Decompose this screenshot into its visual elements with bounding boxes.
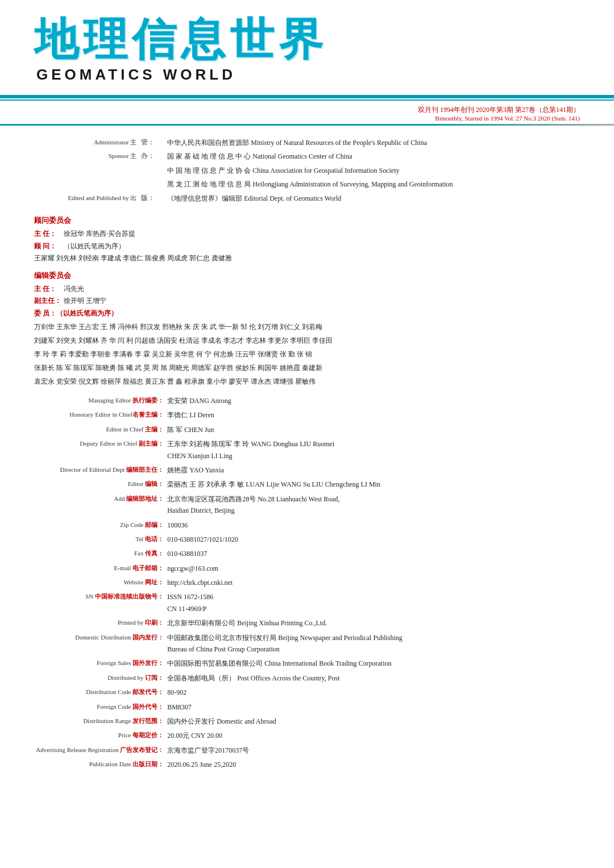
detail-price: Price 每期定价： 20.00元 CNY 20.00: [34, 729, 580, 743]
editorial-chair-row: 主 任： 冯先光: [34, 283, 580, 296]
value-publisher: 《地理信息世界》编辑部 Editorial Dept. of Geomatics…: [165, 192, 580, 205]
label-en-address: Add 编辑部地址：: [34, 492, 165, 518]
bar-thin-1: [0, 99, 614, 101]
info-row-sponsor2: 中 国 地 理 信 息 产 业 协 会 China Association fo…: [34, 164, 580, 177]
advisory-committee-block: 主 任： 徐冠华 库热西·买合苏提 顾 问： （以姓氏笔画为序） 王家耀 刘先林…: [34, 228, 580, 265]
detail-foreign-code: Foreign Code 国外代号： BM8307: [34, 700, 580, 714]
label-en-distributed: Distributed by 订阅：: [34, 671, 165, 685]
detail-sn: SN 中国标准连续出版物号： ISSN 1672-1586 CN 11-4969…: [34, 590, 580, 616]
label-en-deputy-editor: Deputy Editor in Chief 副主编：: [34, 437, 165, 463]
editorial-chair-label: 主 任：: [34, 283, 61, 296]
editorial-member-note-row: 委 员：（以姓氏笔画为序）: [34, 308, 580, 320]
label-en-sponsor2: [34, 164, 139, 177]
value-sponsor3: 黑 龙 江 测 绘 地 理 信 息 局 Heilongjiang Adminis…: [165, 177, 580, 191]
label-en-email: E-mail 电子邮箱：: [34, 561, 165, 575]
editorial-deputy-label: 副主任：: [34, 295, 61, 308]
advisory-committee-title: 顾问委员会: [34, 215, 580, 226]
value-editor-chief: 陈 军 CHEN Jun: [165, 422, 580, 437]
member-row-4: 张新长 陈 军 陈现军 陈晓勇 陈 曦 武 昊 周 旭 周晓光 周德军 赵学胜 …: [34, 361, 580, 375]
label-en-sponsor: Sponsor 主: [34, 149, 139, 163]
info-row-sponsor: Sponsor 主 办： 国 家 基 础 地 理 信 息 中 心 Nationa…: [34, 149, 580, 163]
value-advert: 京海市监广登字20170037号: [165, 743, 580, 757]
value-editor: 栾丽杰 王 苏 刘承承 李 敏 LUAN Lijie WANG Su LIU C…: [165, 477, 580, 492]
value-sponsor: 国 家 基 础 地 理 信 息 中 心 National Geomatics C…: [165, 149, 580, 163]
detail-address: Add 编辑部地址： 北京市海淀区莲花池西路28号 No.28 Lianhuac…: [34, 492, 580, 518]
advisory-member-label: 顾 问：: [34, 240, 61, 253]
admin-info-table: Administrator 主 管： 中华人民共和国自然资源部 Ministry…: [34, 136, 580, 205]
editorial-details-table: Managing Editor 执行编委： 党安荣 DANG Anrong Ho…: [34, 394, 580, 773]
detail-director: Director of Editorial Dept 编辑部主任： 姚艳霞 YA…: [34, 463, 580, 477]
label-en-sponsor3: [34, 177, 139, 191]
value-dist-code: 80-902: [165, 686, 580, 700]
info-row-publisher: Edited and Published by 出 版： 《地理信息世界》编辑部…: [34, 192, 580, 205]
bimonthly-zh: 双月刊 1994年创刊 2020年第3期 第27卷（总第141期）: [34, 105, 580, 115]
value-tel: 010-63881027/1021/1020: [165, 532, 580, 546]
label-en-foreign-sales: Foreign Sales 国外发行：: [34, 657, 165, 671]
detail-tel: Tel 电话： 010-63881027/1021/1020: [34, 532, 580, 546]
value-foreign-code: BM8307: [165, 700, 580, 714]
label-en-fax: Fax 传真：: [34, 547, 165, 561]
label-en-foreign-code: Foreign Code 国外代号：: [34, 700, 165, 714]
editorial-committee-block: 主 任： 冯先光 副主任： 徐开明 王增宁 委 员：（以姓氏笔画为序） 万剑华 …: [34, 283, 580, 388]
editorial-deputy-row: 副主任： 徐开明 王增宁: [34, 295, 580, 308]
advisory-members: 王家耀 刘先林 刘经南 李建成 李德仁 陈俊勇 周成虎 郭仁忠 龚健雅: [34, 252, 580, 265]
label-zh-admin: 管：: [139, 136, 165, 149]
label-zh-sponsor: 办：: [139, 149, 165, 163]
detail-dist-range: Distribution Range 发行范围： 国内外公开发行 Domesti…: [34, 715, 580, 729]
editorial-chair-value: 冯先光: [64, 283, 84, 296]
logo-subtitle: GEOMATICS WORLD: [36, 66, 580, 84]
detail-email: E-mail 电子邮箱： ngccgw@163.com: [34, 561, 580, 575]
value-zip: 100036: [165, 518, 580, 532]
detail-fax: Fax 传真： 010-63881037: [34, 547, 580, 561]
advisory-chair-value: 徐冠华 库热西·买合苏提: [64, 228, 135, 240]
detail-printed: Printed by 印刷： 北京新华印刷有限公司 Beijing Xinhua…: [34, 616, 580, 630]
detail-zipcode: Zip Code 邮编： 100036: [34, 518, 580, 532]
editorial-member-note: 委 员：（以姓氏笔画为序）: [34, 308, 118, 320]
value-website: http://chrk.cbpt.cnki.net: [165, 576, 580, 590]
value-pub-date: 2020.06.25 June 25,2020: [165, 758, 580, 772]
label-en-sn: SN 中国标准连续出版物号：: [34, 590, 165, 616]
value-price: 20.00元 CNY 20.00: [165, 729, 580, 743]
label-en-admin: Administrator 主: [34, 136, 139, 149]
label-en-advert: Advertising Release Registration 广告发布登记：: [34, 743, 165, 757]
value-director: 姚艳霞 YAO Yanxia: [165, 463, 580, 477]
value-admin: 中华人民共和国自然资源部 Ministry of Natural Resourc…: [165, 136, 580, 149]
detail-pub-date: Publication Date 出版日期： 2020.06.25 June 2…: [34, 758, 580, 772]
detail-dist-code: Distribution Code 邮发代号： 80-902: [34, 686, 580, 700]
detail-managing-editor: Managing Editor 执行编委： 党安荣 DANG Anrong: [34, 394, 580, 408]
value-fax: 010-63881037: [165, 547, 580, 561]
label-en-price: Price 每期定价：: [34, 729, 165, 743]
detail-distributed: Distributed by 订阅： 全国各地邮电局（所） Post Offic…: [34, 671, 580, 685]
bar-thick-1: [0, 95, 614, 98]
label-en-director: Director of Editorial Dept 编辑部主任：: [34, 463, 165, 477]
editorial-committee-title: 编辑委员会: [34, 271, 580, 281]
member-row-1: 万剑华 王东华 王占宏 王 博 冯仲科 邢汉发 邢艳秋 朱 庆 朱 武 华一新 …: [34, 320, 580, 334]
value-distributed: 全国各地邮电局（所） Post Offices Across the Count…: [165, 671, 580, 685]
label-en-honorary: Honorary Editor in Chief名誉主编：: [34, 408, 165, 422]
label-en-tel: Tel 电话：: [34, 532, 165, 546]
detail-deputy-editor: Deputy Editor in Chief 副主编： 王东华 刘若梅 陈现军 …: [34, 437, 580, 463]
logo-title: 地理信息世界: [34, 17, 580, 61]
label-en-printed: Printed by 印刷：: [34, 616, 165, 630]
member-row-5: 袁宏永 党安荣 倪文辉 徐丽萍 殷福忠 黄正东 曹 鑫 程承旗 童小华 廖安平 …: [34, 375, 580, 388]
member-row-3: 李 玲 李 莉 李爱勤 李朝奎 李满春 李 霖 吴立新 吴华意 何 宁 何忠焕 …: [34, 347, 580, 361]
value-foreign-sales: 中国国际图书贸易集团有限公司 China International Book …: [165, 657, 580, 671]
label-en-dist-range: Distribution Range 发行范围：: [34, 715, 165, 729]
advisory-chair-row: 主 任： 徐冠华 库热西·买合苏提: [34, 228, 580, 240]
value-domestic: 中国邮政集团公司北京市报刊发行局 Beijing Newspaper and P…: [165, 630, 580, 657]
detail-honorary-editor: Honorary Editor in Chief名誉主编： 李德仁 LI Der…: [34, 408, 580, 422]
detail-editor: Editor 编辑： 栾丽杰 王 苏 刘承承 李 敏 LUAN Lijie WA…: [34, 477, 580, 492]
info-row-administrator: Administrator 主 管： 中华人民共和国自然资源部 Ministry…: [34, 136, 580, 149]
value-dist-range: 国内外公开发行 Domestic and Abroad: [165, 715, 580, 729]
label-en-editor: Editor 编辑：: [34, 477, 165, 492]
label-zh-publisher: 版：: [139, 192, 165, 205]
bimonthly-info: 双月刊 1994年创刊 2020年第3期 第27卷（总第141期） Bimont…: [0, 101, 614, 124]
detail-editor-chief: Editor in Chief 主编： 陈 军 CHEN Jun: [34, 422, 580, 437]
header: 地理信息世界 GEOMATICS WORLD: [0, 0, 614, 89]
detail-website: Website 网址： http://chrk.cbpt.cnki.net: [34, 576, 580, 590]
advisory-chair-label: 主 任：: [34, 228, 61, 240]
advisory-member-label-row: 顾 问： （以姓氏笔画为序）: [34, 240, 580, 253]
value-printed: 北京新华印刷有限公司 Beijing Xinhua Printing Co.,L…: [165, 616, 580, 630]
value-managing: 党安荣 DANG Anrong: [165, 394, 580, 408]
label-zh-sponsor3: [139, 177, 165, 191]
